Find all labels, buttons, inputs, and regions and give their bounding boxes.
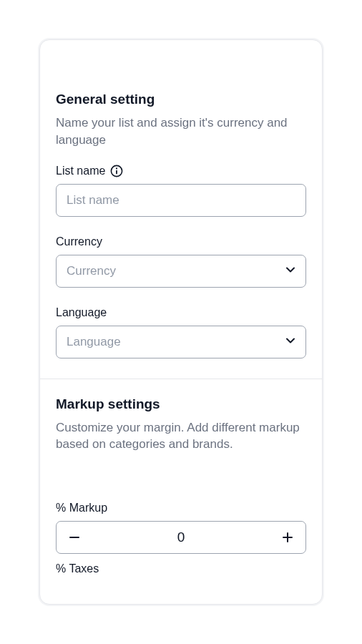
currency-select-wrap: Currency [56,255,306,288]
general-setting-subtitle: Name your list and assign it's currency … [56,114,306,149]
markup-decrement-button[interactable] [57,522,92,553]
svg-point-1 [116,167,117,169]
language-label: Language [56,306,306,319]
list-name-input[interactable] [56,184,306,217]
percent-taxes-label: % Taxes [56,562,306,575]
general-setting-section: General setting Name your list and assig… [40,40,322,379]
general-setting-title: General setting [56,92,306,107]
percent-markup-label: % Markup [56,502,306,514]
list-name-label-row: List name [56,165,306,177]
svg-rect-2 [116,170,117,174]
markup-stepper: 0 [56,521,306,554]
markup-settings-title: Markup settings [56,396,306,412]
markup-settings-section: Markup settings Customize your margin. A… [40,379,322,602]
language-select-wrap: Language [56,326,306,358]
currency-select[interactable]: Currency [56,255,306,288]
list-name-label: List name [56,165,105,177]
list-name-field: List name [56,165,306,217]
markup-settings-subtitle: Customize your margin. Add different mar… [56,419,306,454]
language-select[interactable]: Language [56,326,306,358]
markup-value: 0 [92,530,270,545]
info-icon[interactable] [110,165,123,177]
svg-rect-5 [287,532,288,542]
currency-field: Currency Currency [56,235,306,288]
currency-label: Currency [56,235,306,248]
markup-increment-button[interactable] [270,522,305,553]
settings-card: General setting Name your list and assig… [39,39,323,605]
language-field: Language Language [56,306,306,358]
svg-rect-3 [69,537,79,538]
